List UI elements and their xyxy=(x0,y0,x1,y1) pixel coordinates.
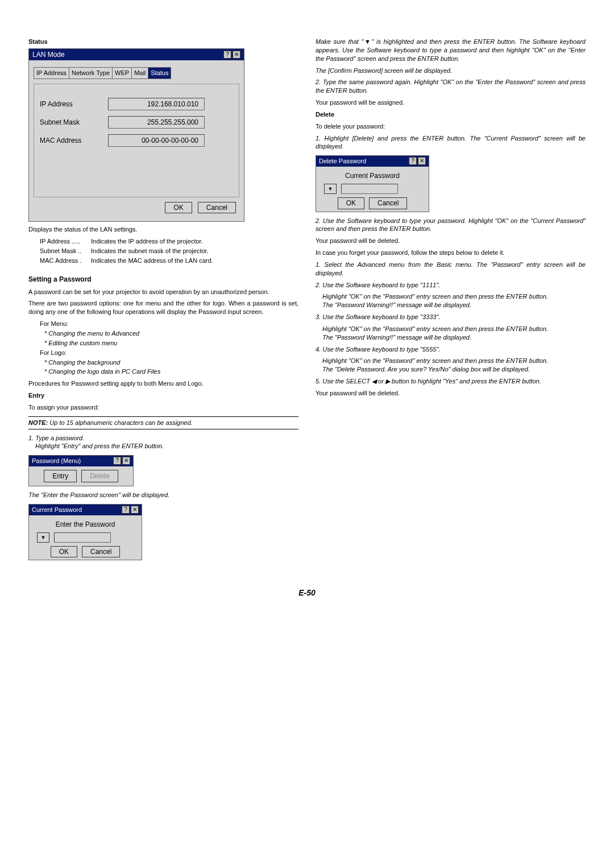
subnet-mask-label: Subnet Mask xyxy=(40,118,108,127)
f3c: The "Password Warning!!" message will be… xyxy=(322,333,586,342)
def-subnet: Subnet Mask .. Indicates the subnet mask… xyxy=(40,247,298,255)
ip-address-value: 192.168.010.010 xyxy=(108,98,205,110)
cancel-button[interactable]: Cancel xyxy=(198,202,236,213)
ip-address-label: IP Address xyxy=(40,100,108,109)
mac-address-value: 00-00-00-00-00-00 xyxy=(108,134,205,147)
f4b: Highlight "OK" on the "Password" entry s… xyxy=(322,357,586,365)
forget: In case you forget your password, follow… xyxy=(316,249,586,257)
menu-item-2: Editing the custom menu xyxy=(44,339,298,348)
password-input[interactable] xyxy=(54,532,111,543)
logo-item-1: Changing the background xyxy=(44,358,298,367)
d1: 1. Highlight [Delete] and press the ENTE… xyxy=(316,134,586,151)
f2b: Highlight "OK" on the "Password" entry s… xyxy=(322,292,586,301)
tab-wep[interactable]: WEP xyxy=(112,67,132,79)
deleted2: Your password will be deleted. xyxy=(316,389,586,398)
procedures: Procedures for Password setting apply to… xyxy=(28,379,298,388)
help-icon[interactable]: ? xyxy=(122,506,130,514)
setting-password-heading: Setting a Password xyxy=(28,275,298,284)
for-logo: For Logo: xyxy=(40,349,298,357)
enter-password-label: Enter the Password xyxy=(31,520,139,529)
help-icon[interactable]: ? xyxy=(223,51,231,59)
password-menu-title: Password (Menu) xyxy=(32,457,81,465)
keyboard-dropdown-icon[interactable]: ▼ xyxy=(324,184,337,194)
f5: 5. Use the SELECT ◀ or ▶ button to highl… xyxy=(316,377,586,386)
tab-status[interactable]: Status xyxy=(148,67,171,79)
entry-heading: Entry xyxy=(28,391,298,400)
mac-address-label: MAC Address xyxy=(40,136,108,145)
step1b: Highlight "Entry" and press the ENTER bu… xyxy=(35,442,298,450)
close-icon[interactable]: ✕ xyxy=(418,157,426,165)
status-desc: Displays the status of the LAN settings. xyxy=(28,225,298,234)
def-mac: MAC Address . Indicates the MAC address … xyxy=(40,257,298,265)
status-heading: Status xyxy=(28,38,298,46)
help-icon[interactable]: ? xyxy=(113,457,121,465)
assigned: Your password will be assigned. xyxy=(316,98,586,107)
cancel-button[interactable]: Cancel xyxy=(369,197,407,209)
ok-button[interactable]: OK xyxy=(165,202,192,213)
menu-item-1: Changing the menu to Advanced xyxy=(44,329,298,338)
note: NOTE: NOTE: Up to 15 alphanumeric charac… xyxy=(28,416,298,429)
d2: 2. Use the Software keyboard to type you… xyxy=(316,217,586,234)
keyboard-dropdown-icon[interactable]: ▼ xyxy=(37,532,49,543)
f4c: The "Delete Password. Are you sure? Yes/… xyxy=(322,365,586,374)
entry-desc: To assign your password: xyxy=(28,403,298,412)
help-icon[interactable]: ? xyxy=(409,157,417,165)
f2c: The "Password Warning!!" message will be… xyxy=(322,301,586,309)
r-p1b: The [Confirm Password] screen will be di… xyxy=(316,67,586,75)
current-password-title: Current Password xyxy=(32,506,82,514)
f1: 1. Select the Advanced menu from the Bas… xyxy=(316,261,586,278)
setting-p2: There are two password options: one for … xyxy=(28,299,298,316)
deleted: Your password will be deleted. xyxy=(316,237,586,245)
tab-mail[interactable]: Mail xyxy=(131,67,148,79)
f3a: 3. Use the Software keyboard to type "33… xyxy=(316,313,586,321)
entry-button[interactable]: Entry xyxy=(44,470,77,482)
f4a: 4. Use the Software keyboard to type "55… xyxy=(316,345,586,354)
page-number: E-50 xyxy=(28,588,586,598)
f2a: 2. Use the Software keyboard to type "11… xyxy=(316,281,586,290)
ok-button[interactable]: OK xyxy=(338,197,364,209)
close-icon[interactable]: ✕ xyxy=(122,457,130,465)
lan-tabs: IP Address Network Type WEP Mail Status xyxy=(34,67,239,79)
setting-p1: A password can be set for your projector… xyxy=(28,288,298,296)
lan-mode-dialog: LAN Mode ? ✕ IP Address Network Type WEP… xyxy=(28,48,244,222)
tab-network-type[interactable]: Network Type xyxy=(69,67,113,79)
delete-password-title: Delete Password xyxy=(319,157,366,166)
logo-item-2: Changing the logo data in PC Card Files xyxy=(44,367,298,376)
close-icon[interactable]: ✕ xyxy=(131,506,139,514)
cancel-button[interactable]: Cancel xyxy=(82,546,120,557)
subnet-mask-value: 255.255.255.000 xyxy=(108,116,205,129)
f3b: Highlight "OK" on the "Password" entry s… xyxy=(322,325,586,333)
tab-ip-address[interactable]: IP Address xyxy=(34,67,69,79)
r-p2: 2. Type the same password again. Highlig… xyxy=(316,78,586,95)
close-icon[interactable]: ✕ xyxy=(233,51,240,59)
password-input[interactable] xyxy=(341,184,398,194)
for-menu: For Menu: xyxy=(40,320,298,328)
delete-button[interactable]: Delete xyxy=(81,470,118,482)
r-p1: Make sure that "▼" is highlighted and th… xyxy=(316,38,586,63)
step1a: 1. Type a password. xyxy=(28,434,298,443)
delete-heading: Delete xyxy=(316,110,586,119)
def-ip: IP Address ..... Indicates the IP addres… xyxy=(40,237,298,246)
current-password-dialog: Current Password ? ✕ Enter the Password … xyxy=(28,504,142,560)
enter-displayed: The "Enter the Password screen" will be … xyxy=(28,491,298,499)
delete-password-dialog: Delete Password ? ✕ Current Password ▼ O… xyxy=(316,155,429,212)
ok-button[interactable]: OK xyxy=(51,546,77,557)
current-password-label: Current Password xyxy=(318,171,426,180)
password-menu-dialog: Password (Menu) ? ✕ Entry Delete xyxy=(28,455,134,486)
delete-desc: To delete your password: xyxy=(316,122,586,131)
lan-mode-title: LAN Mode xyxy=(32,50,65,59)
